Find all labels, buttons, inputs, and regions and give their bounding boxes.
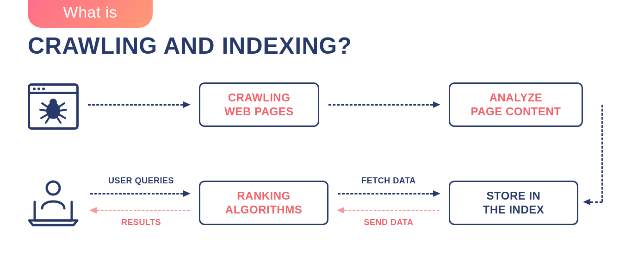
svg-point-2: [47, 182, 60, 194]
page-title: CRAWLING AND INDEXING?: [28, 32, 352, 59]
svg-point-1: [50, 100, 56, 105]
node-analyze-page-content: ANALYZE PAGE CONTENT: [449, 82, 583, 127]
user-laptop-icon: [25, 176, 81, 227]
label-send-data: SEND DATA: [342, 218, 435, 227]
node-store-line1: STORE IN: [487, 189, 541, 203]
node-ranking-algorithms: RANKING ALGORITHMS: [199, 181, 328, 225]
node-store-in-index: STORE IN THE INDEX: [449, 181, 578, 225]
node-analyze-line2: PAGE CONTENT: [471, 105, 561, 119]
node-ranking-line1: RANKING: [237, 189, 291, 203]
node-store-line2: THE INDEX: [483, 203, 545, 217]
label-results: RESULTS: [95, 218, 187, 227]
label-user-queries: USER QUERIES: [95, 176, 187, 186]
connector-analyze-down: [601, 105, 603, 202]
spider-browser-icon: [28, 83, 79, 130]
node-ranking-line2: ALGORITHMS: [225, 203, 302, 217]
badge-what-is: What is: [28, 0, 153, 28]
node-crawling-web-pages: CRAWLING WEB PAGES: [199, 82, 319, 127]
label-fetch-data: FETCH DATA: [342, 176, 435, 186]
node-crawling-line2: WEB PAGES: [224, 105, 293, 119]
node-crawling-line1: CRAWLING: [228, 91, 291, 105]
node-analyze-line1: ANALYZE: [489, 91, 543, 105]
